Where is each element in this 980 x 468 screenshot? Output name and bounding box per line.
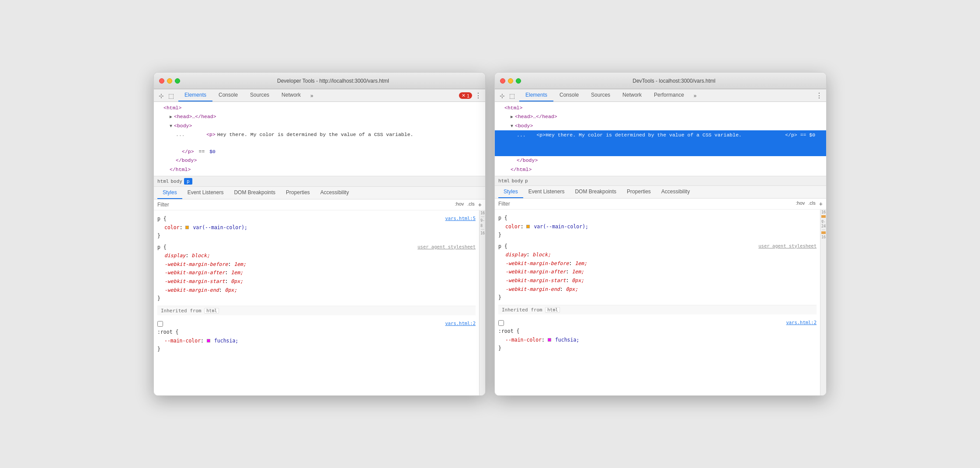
tab-elements-1[interactable]: Elements xyxy=(178,89,212,101)
devtools-window-1: Developer Tools - http://localhost:3000/… xyxy=(153,72,486,396)
html-line-p-close[interactable]: </p> == $0 xyxy=(154,147,485,156)
breadcrumb-2: html body p xyxy=(495,176,826,186)
styles-tab-props-1[interactable]: Properties xyxy=(281,187,315,199)
color-swatch-orange-1[interactable] xyxy=(185,226,189,229)
fuchsia-swatch-2[interactable] xyxy=(548,338,551,342)
close-button-1[interactable] xyxy=(159,78,164,84)
inspect-icon-1[interactable]: ⬚ xyxy=(167,92,175,100)
inherited-tag-1[interactable]: html xyxy=(204,308,219,314)
add-style-button-1[interactable]: + xyxy=(478,201,482,208)
tab-elements-2[interactable]: Elements xyxy=(519,89,553,101)
tab-overflow-1[interactable]: » xyxy=(307,90,317,101)
inherited-section-1: Inherited from html xyxy=(157,306,476,315)
add-style-button-2[interactable]: + xyxy=(819,200,823,207)
marker-16-2: 16 xyxy=(820,210,826,215)
toolbar-icons-1: ⊹ ⬚ xyxy=(157,92,175,101)
styles-tab-events-1[interactable]: Event Listeners xyxy=(182,187,229,199)
fuchsia-swatch-1[interactable] xyxy=(207,339,210,342)
traffic-lights-2 xyxy=(500,78,521,84)
tab-console-1[interactable]: Console xyxy=(212,89,244,101)
close-button-2[interactable] xyxy=(500,78,505,84)
html-line-html[interactable]: <html> xyxy=(154,104,485,112)
cls-button-2[interactable]: .cls xyxy=(808,200,816,207)
filter-actions-2: :hov .cls + xyxy=(796,200,823,207)
tab-overflow-2[interactable]: » xyxy=(690,90,700,101)
breadcrumb-html-2[interactable]: html xyxy=(498,178,510,184)
hov-button-1[interactable]: :hov xyxy=(455,201,464,208)
styles-tab-styles-1[interactable]: Styles xyxy=(157,187,182,199)
tab-performance-2[interactable]: Performance xyxy=(648,89,690,101)
html-line-p-2[interactable]: ... <p>Hey there. My color is determined… xyxy=(495,130,826,156)
cursor-icon-1[interactable]: ⊹ xyxy=(157,92,165,100)
breadcrumb-p-2[interactable]: p xyxy=(525,178,528,184)
styles-tab-props-2[interactable]: Properties xyxy=(622,186,656,198)
css-block-p-ua-2: user agent stylesheet p { display: block… xyxy=(498,242,817,302)
html-line-html-2[interactable]: <html> xyxy=(495,104,826,112)
marker-8x-1: 8 x xyxy=(480,223,485,228)
css-prop-margin-start-2: -webkit-margin-start: 0px; xyxy=(498,276,817,285)
marker-16-1: 16 xyxy=(480,210,485,216)
styles-content-1: vars.html:5 p { color: var(--main-color)… xyxy=(154,210,485,395)
maximize-button-1[interactable] xyxy=(175,78,180,84)
breadcrumb-p-1[interactable]: p xyxy=(184,178,192,185)
styles-main-1: vars.html:5 p { color: var(--main-color)… xyxy=(154,210,479,395)
css-selector-line-2: p { xyxy=(498,214,817,223)
breadcrumb-1: html body p xyxy=(154,176,485,187)
root-checkbox-2[interactable] xyxy=(498,320,504,326)
marker-16b-1: 16 xyxy=(480,231,485,236)
tab-network-1[interactable]: Network xyxy=(275,89,307,101)
orange-marker-2 xyxy=(821,215,826,218)
inspect-icon-2[interactable]: ⬚ xyxy=(508,92,516,100)
breadcrumb-body-2[interactable]: body xyxy=(512,178,524,184)
css-source-root-1[interactable]: vars.html:2 xyxy=(445,320,476,328)
more-menu-2[interactable]: ⋮ xyxy=(816,91,823,100)
css-close-ua-2: } xyxy=(498,293,817,302)
css-close-root-2: } xyxy=(498,344,817,353)
tab-bar-1: ⊹ ⬚ Elements Console Sources Network » ✕… xyxy=(154,89,485,102)
css-source-root-2[interactable]: vars.html:2 xyxy=(786,319,817,327)
title-bar-1: Developer Tools - http://localhost:3000/… xyxy=(154,73,485,89)
devtools-window-2: DevTools - localhost:3000/vars.html ⊹ ⬚ … xyxy=(494,72,827,396)
styles-tab-dom-1[interactable]: DOM Breakpoints xyxy=(229,187,281,199)
title-bar-2: DevTools - localhost:3000/vars.html xyxy=(495,73,826,89)
minimize-button-2[interactable] xyxy=(508,78,513,84)
tab-sources-2[interactable]: Sources xyxy=(585,89,616,101)
html-line-body[interactable]: ▼ <body> xyxy=(154,122,485,130)
html-line-body-2[interactable]: ▼ <body> xyxy=(495,122,826,130)
cls-button-1[interactable]: .cls xyxy=(467,201,475,208)
error-icon-1: ✕ xyxy=(462,93,466,98)
html-line-body-close[interactable]: </body> xyxy=(154,156,485,165)
html-line-head-2[interactable]: ▶ <head>…</head> xyxy=(495,112,826,121)
html-panel-1: <html> ▶ <head>…</head> ▼ <body> ... <p>… xyxy=(154,102,485,176)
styles-tab-dom-2[interactable]: DOM Breakpoints xyxy=(570,186,622,198)
breadcrumb-html-1[interactable]: html xyxy=(157,178,169,184)
hov-button-2[interactable]: :hov xyxy=(796,200,805,207)
html-line-body-close-2[interactable]: </body> xyxy=(495,156,826,165)
tab-network-2[interactable]: Network xyxy=(616,89,648,101)
more-menu-1[interactable]: ⋮ xyxy=(475,91,482,100)
styles-tab-events-2[interactable]: Event Listeners xyxy=(523,186,570,198)
maximize-button-2[interactable] xyxy=(516,78,521,84)
traffic-lights-1 xyxy=(159,78,180,84)
html-line-html-close-2[interactable]: </html> xyxy=(495,165,826,174)
styles-scrollbar-1: 16 9- 8 x 16 xyxy=(479,210,485,395)
styles-tab-access-1[interactable]: Accessibility xyxy=(315,187,354,199)
css-close-ua-1: } xyxy=(157,294,476,303)
tab-console-2[interactable]: Console xyxy=(553,89,585,101)
breadcrumb-body-1[interactable]: body xyxy=(171,178,183,184)
tab-sources-1[interactable]: Sources xyxy=(244,89,275,101)
css-prop-margin-start: -webkit-margin-start: 0px; xyxy=(157,277,476,286)
minimize-button-1[interactable] xyxy=(167,78,172,84)
cursor-icon-2[interactable]: ⊹ xyxy=(498,92,506,100)
css-selector-root-2: :root { xyxy=(498,327,817,336)
styles-tab-access-2[interactable]: Accessibility xyxy=(656,186,695,198)
window-title-2: DevTools - localhost:3000/vars.html xyxy=(527,78,821,84)
color-swatch-orange-2[interactable] xyxy=(526,225,530,228)
css-source-1[interactable]: vars.html:5 xyxy=(445,215,476,223)
root-checkbox-1[interactable] xyxy=(157,321,163,327)
html-line-head[interactable]: ▶ <head>…</head> xyxy=(154,112,485,121)
html-line-p[interactable]: ... <p>Hey there. My color is determined… xyxy=(154,130,485,147)
html-line-html-close[interactable]: </html> xyxy=(154,165,485,174)
inherited-tag-2[interactable]: html xyxy=(545,307,560,313)
styles-tab-styles-2[interactable]: Styles xyxy=(498,186,523,198)
